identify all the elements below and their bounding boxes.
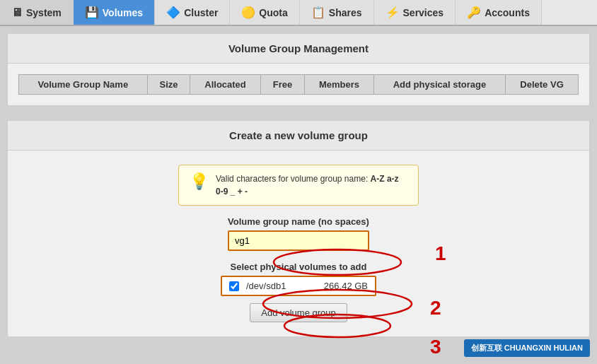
col-allocated: Allocated [190, 75, 260, 95]
nav-label-quota: Quota [259, 7, 287, 18]
col-delete-vg: Delete VG [506, 75, 579, 95]
col-add-storage: Add physical storage [373, 75, 505, 95]
col-free: Free [260, 75, 304, 95]
col-size: Size [147, 75, 190, 95]
volume-management-section: Volume Group Management Volume Group Nam… [7, 33, 590, 106]
pv-size: 266.42 GB [324, 281, 368, 291]
create-body: 💡 Valid characters for volume group name… [8, 151, 589, 336]
pv-device: /dev/sdb1 [246, 281, 317, 291]
accounts-icon: 🔑 [467, 6, 481, 19]
separator [0, 113, 597, 120]
nav-label-services: Services [403, 7, 444, 18]
navbar: 🖥 System 💾 Volumes 🔷 Cluster 🟡 Quota 📋 S… [0, 0, 597, 26]
pv-row: /dev/sdb1 266.42 GB [221, 276, 376, 296]
quota-icon: 🟡 [241, 6, 255, 19]
nav-label-volumes: Volumes [103, 7, 143, 18]
info-text: Valid characters for volume group name: … [216, 172, 407, 198]
watermark-text: 创新互联 CHUANGXIN HULIAN [471, 344, 583, 352]
volume-management-title: Volume Group Management [8, 34, 589, 64]
nav-label-system: System [26, 7, 62, 18]
nav-item-quota[interactable]: 🟡 Quota [230, 0, 299, 25]
nav-item-shares[interactable]: 📋 Shares [300, 0, 374, 25]
nav-item-volumes[interactable]: 💾 Volumes [74, 0, 155, 25]
shares-icon: 📋 [311, 6, 325, 19]
vg-name-group: Volume group name (no spaces) [22, 216, 575, 251]
create-section: Create a new volume group 💡 Valid charac… [7, 120, 590, 337]
info-box: 💡 Valid characters for volume group name… [178, 165, 419, 206]
volume-group-table: Volume Group Name Size Allocated Free Me… [18, 74, 579, 95]
nav-label-cluster: Cluster [184, 7, 218, 18]
pv-label: Select physical volumes to add [231, 262, 367, 272]
lightbulb-icon: 💡 [190, 172, 209, 191]
table-section: Volume Group Name Size Allocated Free Me… [8, 64, 589, 105]
col-members: Members [305, 75, 374, 95]
vg-name-label: Volume group name (no spaces) [228, 216, 369, 227]
info-prefix: Valid characters for volume group name: [216, 174, 371, 184]
watermark: 创新互联 CHUANGXIN HULIAN [464, 339, 590, 357]
svg-text:3: 3 [430, 336, 441, 358]
cluster-icon: 🔷 [166, 6, 180, 19]
create-title: Create a new volume group [8, 121, 589, 151]
pv-checkbox[interactable] [229, 281, 239, 291]
nav-item-system[interactable]: 🖥 System [0, 0, 74, 25]
volumes-icon: 💾 [85, 6, 99, 19]
col-name: Volume Group Name [19, 75, 148, 95]
nav-label-shares: Shares [329, 7, 362, 18]
nav-item-accounts[interactable]: 🔑 Accounts [456, 0, 542, 25]
services-icon: ⚡ [386, 6, 400, 19]
vg-name-input[interactable] [228, 230, 369, 251]
pv-section: Select physical volumes to add /dev/sdb1… [22, 262, 575, 322]
add-volume-group-button[interactable]: Add volume group [250, 303, 347, 322]
nav-item-services[interactable]: ⚡ Services [374, 0, 456, 25]
system-icon: 🖥 [11, 6, 23, 19]
nav-label-accounts: Accounts [485, 7, 530, 18]
nav-item-cluster[interactable]: 🔷 Cluster [155, 0, 230, 25]
